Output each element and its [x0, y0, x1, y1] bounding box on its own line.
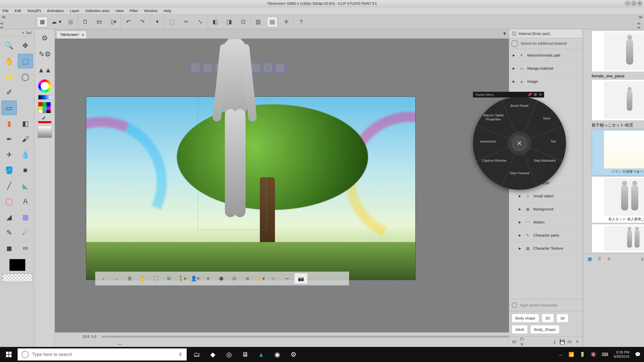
tray-battery-icon[interactable]: 🔋: [580, 352, 585, 357]
menu-story[interactable]: Story(P): [27, 9, 41, 13]
property-icon[interactable]: ≡: [574, 339, 581, 344]
tone-icon[interactable]: ◧: [210, 17, 220, 27]
foreground-color-swatch[interactable]: [9, 259, 25, 271]
frame-tool-icon[interactable]: ◼: [2, 241, 17, 255]
pattern-tool-icon[interactable]: ■: [18, 163, 33, 177]
taskbar-monitor-icon[interactable]: 🖥: [237, 347, 253, 362]
correct-tool-icon[interactable]: ✎: [2, 225, 17, 240]
radial-center-close[interactable]: ✕: [511, 135, 528, 151]
tray-volume-icon[interactable]: 🔇: [591, 352, 596, 357]
radial-item-brush[interactable]: Brush Panel: [506, 104, 533, 108]
eyedropper-tool-icon[interactable]: ✐: [2, 85, 17, 100]
thumb-small-icon[interactable]: ⠿: [596, 256, 603, 262]
menu-animation[interactable]: Animation: [47, 9, 64, 13]
color-approve-icon[interactable]: [38, 116, 51, 123]
radial-item-wacom[interactable]: Wacom Tablet Properties: [479, 113, 507, 121]
tree-item-small-object[interactable]: ▶◇Small object: [509, 190, 583, 203]
balloon-tool-icon[interactable]: ◯: [2, 194, 17, 209]
gradient-tool-icon[interactable]: ▭: [2, 101, 17, 115]
operation-tool-icon[interactable]: ⬚: [18, 54, 33, 68]
tag-adult[interactable]: Adult: [512, 325, 528, 334]
thumb-large-icon[interactable]: ▦: [586, 255, 594, 263]
menu-filter[interactable]: Filter: [130, 9, 138, 13]
snap-perspective-icon[interactable]: ✛: [281, 17, 292, 27]
color-history-icon[interactable]: [38, 126, 52, 138]
taskbar-settings-icon[interactable]: ⚙: [285, 347, 301, 362]
close-button[interactable]: ✕: [637, 1, 642, 6]
menu-edit[interactable]: Edit: [15, 9, 21, 13]
taskbar-search[interactable]: Type here to search 🎙: [18, 348, 187, 360]
obj-prev-icon[interactable]: ‹: [98, 273, 109, 284]
zoom-slider[interactable]: [101, 336, 509, 338]
tray-wifi-icon[interactable]: 📶: [569, 352, 574, 357]
redo-icon[interactable]: ↷: [137, 17, 148, 27]
tag-body-shape[interactable]: Body shape: [512, 314, 539, 323]
maximize-button[interactable]: ▢: [631, 1, 636, 6]
paste-to-canvas-icon[interactable]: ⤓: [551, 339, 558, 345]
transform-icon[interactable]: ⤡: [195, 17, 206, 27]
tree-item-background[interactable]: ▶▦Background: [509, 203, 583, 216]
move-tool-icon[interactable]: ✥: [18, 38, 33, 53]
hand-tool-icon[interactable]: ✋: [2, 54, 17, 68]
line-tool-icon[interactable]: ╱: [2, 178, 17, 193]
obj-ground-icon[interactable]: ⟱: [163, 273, 174, 284]
delete-folder-icon[interactable]: 🗀✕: [518, 336, 526, 347]
thumb-download-icon[interactable]: ⤓: [639, 256, 644, 262]
start-button[interactable]: [0, 347, 18, 362]
marquee-icon[interactable]: ⊡: [238, 17, 249, 27]
tab-dropdown-icon[interactable]: ▼: [502, 31, 507, 36]
open-doc-icon[interactable]: 🗁: [94, 17, 105, 27]
snap-ruler-icon[interactable]: ▤: [267, 17, 277, 27]
airbrush-tool-icon[interactable]: ✈: [2, 147, 17, 162]
color-slider-icon[interactable]: [38, 95, 51, 100]
community-icon[interactable]: ◎: [65, 17, 76, 27]
color-palette-icon[interactable]: [38, 102, 51, 113]
assets-icon[interactable]: ☁ ▾: [51, 17, 62, 27]
obj-next-icon[interactable]: ›: [111, 273, 122, 284]
brush-tool-icon[interactable]: 🖌: [18, 132, 33, 146]
text-tool-icon[interactable]: A: [18, 194, 33, 209]
mic-icon[interactable]: 🎙: [178, 352, 183, 357]
material-search-row[interactable]: Search for Additional Material: [509, 38, 583, 49]
menu-file[interactable]: File: [3, 9, 9, 13]
cut-icon[interactable]: ✂: [181, 17, 191, 27]
taskbar-chrome-icon[interactable]: ◉: [269, 347, 285, 362]
smudge-tool-icon[interactable]: ☄: [18, 225, 33, 240]
shape-tool-icon[interactable]: ◣: [18, 178, 33, 193]
expand-up-icon[interactable]: ︽: [118, 341, 122, 346]
folder-icon[interactable]: 🗁: [511, 339, 518, 344]
radial-menu-header[interactable]: Radial Menu 📌 ⚙ ✕: [473, 92, 544, 98]
thumb-item-1[interactable]: [592, 79, 644, 121]
marker-tool-icon[interactable]: ▮: [2, 116, 17, 131]
obj-hand-icon[interactable]: ✋: [137, 273, 148, 284]
obj-list-icon[interactable]: ≣: [124, 273, 135, 284]
radial-item-capture-window[interactable]: Capture Window: [480, 159, 508, 163]
obj-body-icon[interactable]: 👤▾: [189, 273, 200, 284]
pen-tool-icon[interactable]: ✒: [2, 132, 17, 146]
mesh-tool-icon[interactable]: ▦: [18, 210, 33, 224]
tag-body-shape-2[interactable]: Body_Shape: [530, 325, 559, 334]
color-wheel-icon[interactable]: [38, 79, 51, 93]
radial-item-tab[interactable]: Tab: [539, 140, 567, 144]
wand-tool-icon[interactable]: ✨: [2, 69, 17, 84]
obj-bone2-icon[interactable]: ⊸: [281, 273, 292, 284]
menu-selection[interactable]: Selection area: [85, 9, 109, 13]
collapse-left-icon[interactable]: ≪≪ ≫: [0, 15, 7, 29]
radial-settings-icon[interactable]: ⚙: [534, 93, 537, 97]
radial-close-icon[interactable]: ✕: [539, 93, 542, 97]
save-icon[interactable]: ▯▾: [108, 17, 119, 27]
tree-item-manga[interactable]: ▶▭Manga material: [509, 62, 583, 75]
menu-window[interactable]: Window: [144, 9, 157, 13]
tag-3d[interactable]: 3d: [556, 314, 568, 323]
fill-tool-icon[interactable]: 🪣: [2, 163, 17, 177]
selection-icon[interactable]: ⬚: [167, 17, 177, 27]
brush-tip-icon[interactable]: ▲▲: [37, 63, 52, 77]
radial-pin-icon[interactable]: 📌: [528, 93, 532, 97]
obj-layers-icon[interactable]: ≋: [242, 273, 253, 284]
grid-view-icon[interactable]: ▦: [37, 17, 48, 27]
keyword-search-input[interactable]: [520, 303, 580, 307]
obj-fit-icon[interactable]: ⛶: [150, 273, 161, 284]
thumb-list-icon[interactable]: ≡: [605, 256, 613, 262]
new-doc-icon[interactable]: 🗋: [80, 17, 91, 27]
thumb-item-3[interactable]: ↗ パイン６頭身つるペタ: [592, 129, 644, 175]
